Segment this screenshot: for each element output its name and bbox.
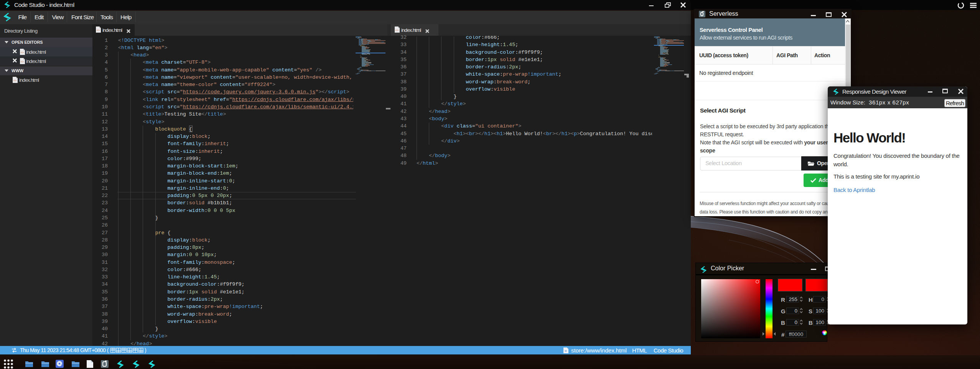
svg-text:<>: <> <box>13 79 16 82</box>
svg-text:<>: <> <box>395 29 399 31</box>
svg-text:w: w <box>564 349 567 352</box>
svg-text:<>: <> <box>21 51 24 54</box>
svg-text:<>: <> <box>21 60 24 63</box>
